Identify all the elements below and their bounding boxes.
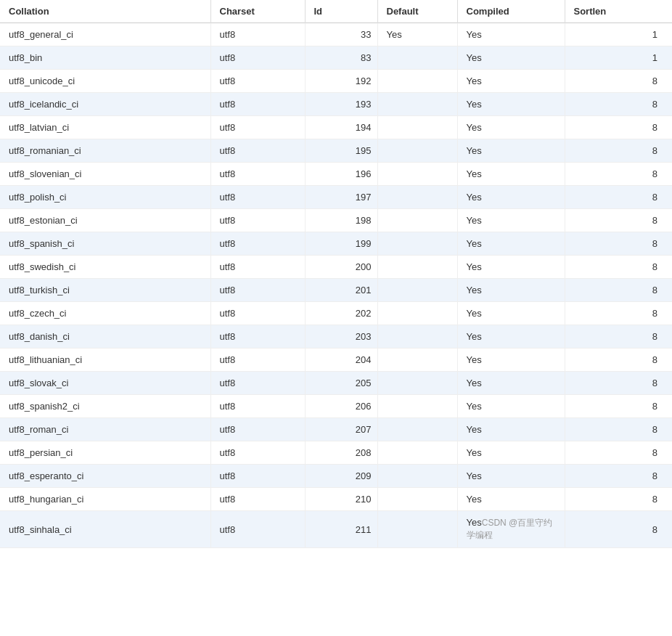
cell-default <box>377 93 457 116</box>
cell-collation: utf8_sinhala_ci <box>0 511 210 548</box>
cell-sortlen: 8 <box>565 348 672 372</box>
cell-collation: utf8_spanish2_ci <box>0 395 210 418</box>
cell-charset: utf8 <box>210 348 305 372</box>
cell-id: 193 <box>305 93 377 116</box>
cell-collation: utf8_unicode_ci <box>0 70 210 93</box>
cell-sortlen: 8 <box>565 302 672 325</box>
cell-id: 197 <box>305 186 377 209</box>
table-row: utf8_hungarian_ciutf8210Yes8 <box>0 488 672 511</box>
watermark-text: CSDN @百里守约学编程 <box>467 518 553 540</box>
cell-collation: utf8_spanish_ci <box>0 232 210 256</box>
cell-charset: utf8 <box>210 488 305 511</box>
cell-collation: utf8_slovenian_ci <box>0 163 210 186</box>
cell-charset: utf8 <box>210 139 305 163</box>
cell-sortlen: 8 <box>565 163 672 186</box>
cell-id: 192 <box>305 70 377 93</box>
cell-compiled: Yes <box>457 93 565 116</box>
col-header-compiled: Compiled <box>457 0 565 23</box>
cell-charset: utf8 <box>210 232 305 256</box>
cell-id: 207 <box>305 418 377 441</box>
col-header-charset: Charset <box>210 0 305 23</box>
cell-charset: utf8 <box>210 395 305 418</box>
cell-id: 33 <box>305 23 377 46</box>
cell-default <box>377 256 457 279</box>
cell-default <box>377 418 457 441</box>
cell-default <box>377 372 457 395</box>
cell-id: 210 <box>305 488 377 511</box>
cell-collation: utf8_lithuanian_ci <box>0 348 210 372</box>
cell-id: 203 <box>305 325 377 348</box>
table-row: utf8_unicode_ciutf8192Yes8 <box>0 70 672 93</box>
cell-compiled: Yes <box>457 325 565 348</box>
cell-collation: utf8_esperanto_ci <box>0 465 210 488</box>
cell-compiled: Yes <box>457 186 565 209</box>
table-row: utf8_czech_ciutf8202Yes8 <box>0 302 672 325</box>
cell-compiled: Yes <box>457 488 565 511</box>
col-header-sortlen: Sortlen <box>565 0 672 23</box>
cell-charset: utf8 <box>210 23 305 46</box>
cell-sortlen: 8 <box>565 256 672 279</box>
cell-sortlen: 8 <box>565 325 672 348</box>
cell-charset: utf8 <box>210 116 305 139</box>
cell-id: 83 <box>305 46 377 70</box>
cell-compiled: Yes <box>457 70 565 93</box>
cell-collation: utf8_slovak_ci <box>0 372 210 395</box>
table-row: utf8_spanish_ciutf8199Yes8 <box>0 232 672 256</box>
cell-compiled: Yes <box>457 163 565 186</box>
cell-collation: utf8_persian_ci <box>0 441 210 465</box>
cell-compiled: Yes <box>457 418 565 441</box>
cell-id: 209 <box>305 465 377 488</box>
cell-default <box>377 348 457 372</box>
cell-sortlen: 8 <box>565 232 672 256</box>
cell-id: 211 <box>305 511 377 548</box>
cell-id: 208 <box>305 441 377 465</box>
cell-charset: utf8 <box>210 441 305 465</box>
cell-sortlen: 8 <box>565 395 672 418</box>
col-header-collation: Collation <box>0 0 210 23</box>
cell-charset: utf8 <box>210 70 305 93</box>
cell-charset: utf8 <box>210 465 305 488</box>
cell-charset: utf8 <box>210 186 305 209</box>
cell-charset: utf8 <box>210 279 305 302</box>
table-row: utf8_sinhala_ciutf8211YesCSDN @百里守约学编程8 <box>0 511 672 548</box>
cell-id: 198 <box>305 209 377 232</box>
cell-sortlen: 8 <box>565 186 672 209</box>
cell-id: 194 <box>305 116 377 139</box>
table-row: utf8_lithuanian_ciutf8204Yes8 <box>0 348 672 372</box>
cell-sortlen: 8 <box>565 279 672 302</box>
table-row: utf8_romanian_ciutf8195Yes8 <box>0 139 672 163</box>
cell-id: 195 <box>305 139 377 163</box>
cell-default <box>377 46 457 70</box>
cell-charset: utf8 <box>210 256 305 279</box>
cell-id: 200 <box>305 256 377 279</box>
cell-default <box>377 116 457 139</box>
table-header-row: Collation Charset Id Default Compiled So… <box>0 0 672 23</box>
cell-id: 201 <box>305 279 377 302</box>
cell-collation: utf8_turkish_ci <box>0 279 210 302</box>
cell-compiled: Yes <box>457 348 565 372</box>
cell-default <box>377 70 457 93</box>
cell-sortlen: 8 <box>565 70 672 93</box>
cell-compiled: Yes <box>457 302 565 325</box>
cell-charset: utf8 <box>210 302 305 325</box>
table-row: utf8_swedish_ciutf8200Yes8 <box>0 256 672 279</box>
table-row: utf8_danish_ciutf8203Yes8 <box>0 325 672 348</box>
cell-default <box>377 163 457 186</box>
cell-compiled: Yes <box>457 441 565 465</box>
cell-default <box>377 511 457 548</box>
cell-collation: utf8_latvian_ci <box>0 116 210 139</box>
cell-compiled: Yes <box>457 232 565 256</box>
cell-charset: utf8 <box>210 325 305 348</box>
cell-sortlen: 8 <box>565 465 672 488</box>
cell-compiled: Yes <box>457 116 565 139</box>
cell-charset: utf8 <box>210 209 305 232</box>
cell-default: Yes <box>377 23 457 46</box>
cell-default <box>377 465 457 488</box>
table-row: utf8_binutf883Yes1 <box>0 46 672 70</box>
table-row: utf8_slovenian_ciutf8196Yes8 <box>0 163 672 186</box>
cell-default <box>377 441 457 465</box>
cell-charset: utf8 <box>210 418 305 441</box>
cell-default <box>377 209 457 232</box>
cell-id: 204 <box>305 348 377 372</box>
col-header-default: Default <box>377 0 457 23</box>
